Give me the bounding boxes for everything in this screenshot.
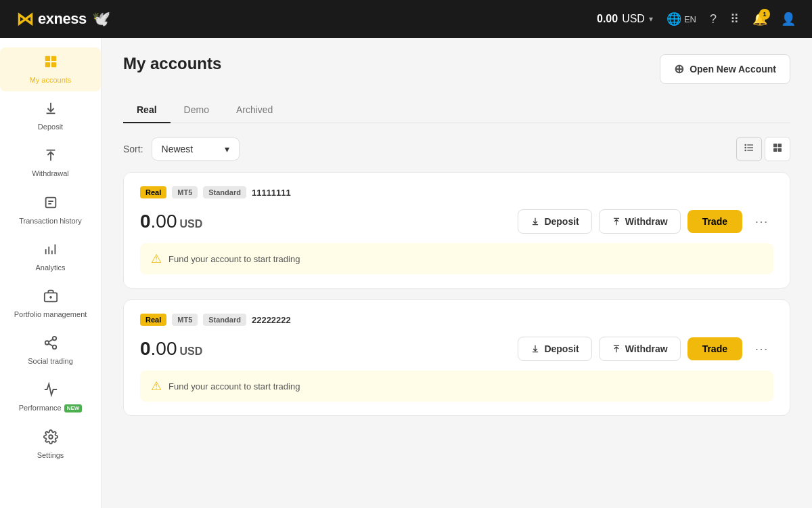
sidebar-label-withdrawal: Withdrawal <box>32 169 68 178</box>
svg-point-13 <box>49 435 53 439</box>
account-actions: Deposit Withdraw Trade ⋯ <box>518 337 773 361</box>
deposit-button[interactable]: Deposit <box>518 337 591 361</box>
trade-label: Trade <box>702 343 727 354</box>
deposit-icon <box>531 344 540 354</box>
svg-rect-22 <box>773 148 777 152</box>
account-number: 11111111 <box>252 188 291 198</box>
language-selector[interactable]: 🌐 EN <box>667 12 696 26</box>
fund-warning-text: Fund your account to start trading <box>168 254 300 264</box>
sort-row: Sort: Newest ▾ <box>123 137 240 161</box>
performance-icon <box>43 382 58 401</box>
sidebar-label-deposit: Deposit <box>38 123 63 131</box>
main-content: My accounts ⊕ Open New Account Real Demo… <box>102 38 812 508</box>
page-header: My accounts ⊕ Open New Account <box>123 54 790 84</box>
fund-warning-text: Fund your account to start trading <box>168 381 300 391</box>
svg-rect-2 <box>45 62 49 67</box>
sidebar-item-settings[interactable]: Settings <box>0 423 101 467</box>
sidebar-item-transaction-history[interactable]: Transaction history <box>0 188 101 232</box>
withdraw-button[interactable]: Withdraw <box>599 337 681 361</box>
profile-button[interactable]: 👤 <box>781 12 796 26</box>
apps-button[interactable]: ⠿ <box>730 12 739 26</box>
sidebar-item-social-trading[interactable]: Social trading <box>0 329 101 373</box>
account-card-body: 0.00USD Deposit Withdraw Trade <box>140 337 773 361</box>
logo-text: exness <box>38 10 87 28</box>
account-number: 22222222 <box>252 315 291 325</box>
portfolio-icon <box>43 289 58 308</box>
download-icon <box>43 101 58 120</box>
sidebar-label-analytics: Analytics <box>35 263 65 272</box>
globe-icon: 🌐 <box>667 12 681 26</box>
list-view-icon <box>744 142 754 153</box>
badge-mt5: MT5 <box>172 314 198 326</box>
chevron-down-icon: ▾ <box>649 14 653 24</box>
grid-icon <box>43 54 58 73</box>
deposit-button[interactable]: Deposit <box>518 209 591 234</box>
fund-warning: ⚠ Fund your account to start trading <box>140 243 773 274</box>
sort-chevron-icon: ▾ <box>225 144 229 154</box>
upload-icon <box>43 148 58 167</box>
top-navigation: ⋈ exness 🕊️ 0.00 USD ▾ 🌐 EN ? ⠿ 🔔 1 👤 <box>0 0 812 38</box>
sidebar-label-settings: Settings <box>37 451 64 460</box>
svg-point-8 <box>52 337 56 341</box>
badge-real: Real <box>140 314 166 326</box>
badge-mt5: MT5 <box>172 186 198 198</box>
badge-real: Real <box>140 186 166 198</box>
more-options-button[interactable]: ⋯ <box>749 338 773 360</box>
more-options-button[interactable]: ⋯ <box>749 211 773 232</box>
plus-circle-icon: ⊕ <box>674 62 684 77</box>
svg-rect-4 <box>45 197 55 207</box>
svg-point-18 <box>745 147 746 148</box>
balance-decimal: .00 <box>151 211 177 232</box>
sidebar-item-analytics[interactable]: Analytics <box>0 235 101 279</box>
sort-dropdown[interactable]: Newest ▾ <box>152 137 240 161</box>
balance-display[interactable]: 0.00 USD ▾ <box>597 13 653 25</box>
deposit-icon <box>531 217 540 226</box>
svg-rect-0 <box>45 56 49 61</box>
sort-value: Newest <box>162 144 194 154</box>
withdraw-icon <box>612 217 621 226</box>
withdraw-button[interactable]: Withdraw <box>599 209 681 234</box>
account-card-body: 0.00USD Deposit Withdraw Trade <box>140 209 773 234</box>
tab-demo[interactable]: Demo <box>171 98 223 123</box>
svg-rect-21 <box>778 144 782 147</box>
brand-logo[interactable]: ⋈ exness 🕊️ <box>16 9 110 30</box>
grid-view-button[interactable] <box>765 137 790 161</box>
open-new-account-button[interactable]: ⊕ Open New Account <box>660 54 790 84</box>
fund-warning: ⚠ Fund your account to start trading <box>140 371 773 402</box>
sidebar-item-my-accounts[interactable]: My accounts <box>0 47 101 91</box>
question-icon: ? <box>710 12 717 26</box>
svg-point-19 <box>745 150 746 150</box>
svg-point-17 <box>745 144 746 145</box>
settings-icon <box>43 429 58 448</box>
sidebar-item-portfolio-management[interactable]: Portfolio management <box>0 282 101 326</box>
sidebar-item-performance[interactable]: Performance NEW <box>0 375 101 419</box>
notifications-button[interactable]: 🔔 1 <box>752 12 767 26</box>
sidebar-item-deposit[interactable]: Deposit <box>0 94 101 138</box>
history-icon <box>43 195 58 214</box>
trade-button[interactable]: Trade <box>687 210 742 233</box>
help-button[interactable]: ? <box>710 12 717 26</box>
sidebar-label-transaction-history: Transaction history <box>19 217 82 226</box>
sidebar-item-withdrawal[interactable]: Withdrawal <box>0 141 101 185</box>
svg-rect-20 <box>773 144 777 147</box>
tab-archived[interactable]: Archived <box>223 98 286 123</box>
new-badge: NEW <box>64 404 83 412</box>
grid-icon: ⠿ <box>730 12 739 26</box>
list-view-button[interactable] <box>736 137 762 161</box>
svg-rect-3 <box>51 62 55 67</box>
deposit-label: Deposit <box>544 343 579 354</box>
account-card-header: Real MT5 Standard 11111111 <box>140 186 773 198</box>
balance-currency: USD <box>180 218 203 230</box>
svg-line-12 <box>48 339 52 342</box>
bird-icon: 🕊️ <box>92 10 110 28</box>
app-layout: My accounts Deposit Withdrawal Transacti… <box>0 0 812 508</box>
notification-badge: 1 <box>759 9 770 20</box>
balance-decimal: .00 <box>151 338 177 359</box>
sidebar-label-my-accounts: My accounts <box>30 76 72 85</box>
trade-button[interactable]: Trade <box>687 337 742 360</box>
svg-point-10 <box>52 345 56 350</box>
grid-view-icon <box>772 142 783 153</box>
controls-bar: Sort: Newest ▾ <box>123 137 790 161</box>
tab-real[interactable]: Real <box>123 98 171 123</box>
badge-standard: Standard <box>203 186 246 198</box>
